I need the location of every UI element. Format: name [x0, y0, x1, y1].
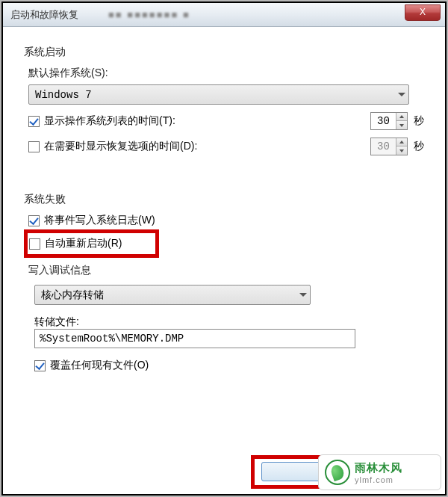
dump-file-value: %SystemRoot%\MEMORY.DMP	[40, 333, 184, 345]
spinner-down-button[interactable]	[396, 146, 407, 155]
write-event-label: 将事件写入系统日志(W)	[44, 214, 424, 227]
watermark-title: 雨林木风	[355, 461, 402, 475]
watermark-badge: 雨林木风 ylmf.com	[318, 454, 441, 490]
seconds-unit: 秒	[414, 140, 424, 153]
write-event-row: 将事件写入系统日志(W)	[28, 214, 424, 227]
default-os-label: 默认操作系统(S):	[28, 67, 424, 80]
arrow-down-icon	[399, 124, 404, 127]
default-os-value: Windows 7	[35, 89, 92, 101]
seconds-unit: 秒	[414, 114, 424, 128]
debug-info-section: 写入调试信息	[28, 264, 424, 277]
overwrite-checkbox[interactable]	[34, 360, 46, 371]
spinner-up-button[interactable]	[396, 113, 407, 121]
close-button[interactable]: X	[405, 4, 441, 21]
show-recovery-label: 在需要时显示恢复选项的时间(D):	[44, 140, 370, 153]
dump-file-input[interactable]: %SystemRoot%\MEMORY.DMP	[34, 329, 355, 348]
leaf-logo-icon	[325, 460, 350, 485]
os-list-time-spinner[interactable]: 30	[370, 112, 408, 130]
close-icon: X	[420, 7, 426, 17]
overwrite-row: 覆盖任何现有文件(O)	[34, 359, 424, 372]
show-os-list-row: 显示操作系统列表的时间(T): 30 秒	[28, 112, 424, 130]
default-os-dropdown[interactable]: Windows 7	[28, 84, 409, 105]
arrow-down-icon	[399, 149, 404, 152]
debug-type-dropdown[interactable]: 核心内存转储	[34, 285, 311, 305]
chevron-down-icon	[299, 293, 307, 297]
os-list-time-value: 30	[371, 115, 396, 127]
dialog-content: 系统启动 默认操作系统(S): Windows 7 显示操作系统列表的时间(T)…	[3, 27, 445, 372]
spinner-up-button[interactable]	[396, 138, 407, 146]
write-event-checkbox[interactable]	[28, 215, 40, 226]
arrow-up-icon	[399, 141, 404, 143]
titlebar: 启动和故障恢复 ■■ ■■■■■■■ ■ X	[3, 3, 445, 27]
auto-restart-checkbox[interactable]	[29, 238, 40, 250]
show-recovery-checkbox[interactable]	[28, 141, 40, 152]
window-title: 启动和故障恢复	[10, 8, 78, 22]
dump-file-label: 转储文件:	[34, 315, 424, 329]
auto-restart-label: 自动重新启动(R)	[45, 237, 122, 250]
watermark-url: ylmf.com	[355, 475, 402, 484]
debug-type-value: 核心内存转储	[41, 288, 104, 302]
overwrite-label: 覆盖任何现有文件(O)	[50, 359, 424, 372]
arrow-up-icon	[399, 115, 404, 118]
auto-restart-highlight: 自动重新启动(R)	[24, 229, 159, 258]
spinner-down-button[interactable]	[396, 121, 407, 129]
system-startup-section: 系统启动	[24, 46, 424, 59]
system-failure-section: 系统失败	[24, 193, 424, 206]
recovery-time-value: 30	[371, 141, 396, 152]
show-os-list-checkbox[interactable]	[28, 116, 40, 127]
recovery-time-spinner[interactable]: 30	[370, 138, 408, 155]
show-os-list-label: 显示操作系统列表的时间(T):	[44, 114, 370, 128]
blurred-title-extra: ■■ ■■■■■■■ ■	[108, 9, 190, 20]
show-recovery-row: 在需要时显示恢复选项的时间(D): 30 秒	[28, 138, 424, 155]
chevron-down-icon	[398, 93, 405, 96]
